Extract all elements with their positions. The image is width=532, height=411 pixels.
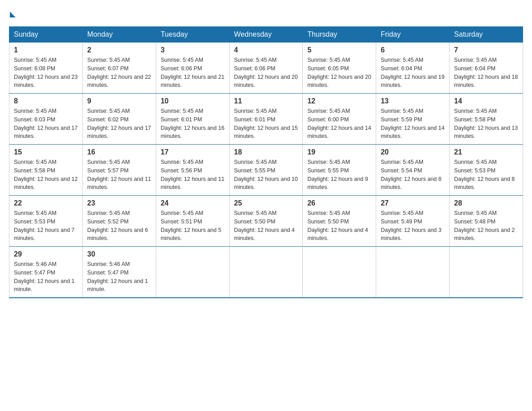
calendar-cell: 13Sunrise: 5:45 AMSunset: 5:59 PMDayligh… bbox=[376, 94, 450, 145]
day-info: Sunrise: 5:45 AMSunset: 5:57 PMDaylight:… bbox=[87, 158, 151, 192]
day-number: 25 bbox=[234, 199, 298, 207]
calendar-cell: 6Sunrise: 5:45 AMSunset: 6:04 PMDaylight… bbox=[376, 43, 450, 94]
day-info: Sunrise: 5:45 AMSunset: 6:06 PMDaylight:… bbox=[234, 56, 298, 90]
day-number: 19 bbox=[307, 148, 371, 156]
calendar-cell: 20Sunrise: 5:45 AMSunset: 5:54 PMDayligh… bbox=[376, 145, 450, 196]
calendar-cell: 2Sunrise: 5:45 AMSunset: 6:07 PMDaylight… bbox=[82, 43, 156, 94]
day-number: 2 bbox=[87, 46, 151, 54]
day-number: 5 bbox=[307, 46, 371, 54]
day-info: Sunrise: 5:45 AMSunset: 5:50 PMDaylight:… bbox=[234, 209, 298, 243]
day-number: 11 bbox=[234, 97, 298, 105]
day-info: Sunrise: 5:45 AMSunset: 6:08 PMDaylight:… bbox=[14, 56, 78, 90]
calendar-cell: 17Sunrise: 5:45 AMSunset: 5:56 PMDayligh… bbox=[156, 145, 229, 196]
calendar-cell: 26Sunrise: 5:45 AMSunset: 5:50 PMDayligh… bbox=[303, 196, 376, 247]
calendar-cell: 3Sunrise: 5:45 AMSunset: 6:06 PMDaylight… bbox=[156, 43, 229, 94]
day-info: Sunrise: 5:45 AMSunset: 6:07 PMDaylight:… bbox=[87, 56, 151, 90]
day-number: 8 bbox=[14, 97, 78, 105]
day-info: Sunrise: 5:45 AMSunset: 5:58 PMDaylight:… bbox=[454, 107, 518, 141]
calendar-cell: 18Sunrise: 5:45 AMSunset: 5:55 PMDayligh… bbox=[229, 145, 303, 196]
calendar-cell: 16Sunrise: 5:45 AMSunset: 5:57 PMDayligh… bbox=[82, 145, 156, 196]
day-info: Sunrise: 5:45 AMSunset: 5:52 PMDaylight:… bbox=[87, 209, 151, 243]
calendar-cell: 12Sunrise: 5:45 AMSunset: 6:00 PMDayligh… bbox=[303, 94, 376, 145]
day-number: 10 bbox=[161, 97, 225, 105]
calendar-cell bbox=[156, 247, 229, 298]
day-info: Sunrise: 5:45 AMSunset: 6:05 PMDaylight:… bbox=[307, 56, 371, 90]
calendar-cell: 19Sunrise: 5:45 AMSunset: 5:55 PMDayligh… bbox=[303, 145, 376, 196]
day-info: Sunrise: 5:45 AMSunset: 5:50 PMDaylight:… bbox=[307, 209, 371, 243]
day-number: 15 bbox=[14, 148, 78, 156]
day-number: 13 bbox=[381, 97, 445, 105]
day-number: 9 bbox=[87, 97, 151, 105]
weekday-header-friday: Friday bbox=[376, 27, 450, 43]
calendar-cell bbox=[229, 247, 303, 298]
calendar-cell: 9Sunrise: 5:45 AMSunset: 6:02 PMDaylight… bbox=[82, 94, 156, 145]
day-number: 18 bbox=[234, 148, 298, 156]
day-info: Sunrise: 5:45 AMSunset: 6:01 PMDaylight:… bbox=[161, 107, 225, 141]
day-info: Sunrise: 5:45 AMSunset: 5:49 PMDaylight:… bbox=[381, 209, 445, 243]
calendar-cell: 7Sunrise: 5:45 AMSunset: 6:04 PMDaylight… bbox=[450, 43, 523, 94]
calendar-week-2: 8Sunrise: 5:45 AMSunset: 6:03 PMDaylight… bbox=[9, 94, 523, 145]
weekday-header-wednesday: Wednesday bbox=[229, 27, 303, 43]
day-info: Sunrise: 5:45 AMSunset: 5:51 PMDaylight:… bbox=[161, 209, 225, 243]
calendar-cell: 10Sunrise: 5:45 AMSunset: 6:01 PMDayligh… bbox=[156, 94, 229, 145]
day-number: 16 bbox=[87, 148, 151, 156]
calendar-week-3: 15Sunrise: 5:45 AMSunset: 5:58 PMDayligh… bbox=[9, 145, 523, 196]
day-number: 20 bbox=[381, 148, 445, 156]
day-number: 26 bbox=[307, 199, 371, 207]
weekday-header-monday: Monday bbox=[82, 27, 156, 43]
weekday-header-sunday: Sunday bbox=[9, 27, 83, 43]
day-number: 29 bbox=[14, 250, 78, 258]
weekday-header-saturday: Saturday bbox=[450, 27, 523, 43]
day-info: Sunrise: 5:45 AMSunset: 6:03 PMDaylight:… bbox=[14, 107, 78, 141]
calendar-cell bbox=[303, 247, 376, 298]
day-info: Sunrise: 5:45 AMSunset: 6:01 PMDaylight:… bbox=[234, 107, 298, 141]
day-info: Sunrise: 5:46 AMSunset: 5:47 PMDaylight:… bbox=[87, 260, 151, 294]
day-number: 23 bbox=[87, 199, 151, 207]
day-info: Sunrise: 5:45 AMSunset: 5:55 PMDaylight:… bbox=[234, 158, 298, 192]
calendar-cell: 24Sunrise: 5:45 AMSunset: 5:51 PMDayligh… bbox=[156, 196, 229, 247]
calendar-week-4: 22Sunrise: 5:45 AMSunset: 5:53 PMDayligh… bbox=[9, 196, 523, 247]
calendar-cell: 11Sunrise: 5:45 AMSunset: 6:01 PMDayligh… bbox=[229, 94, 303, 145]
weekday-header-thursday: Thursday bbox=[303, 27, 376, 43]
calendar-cell: 23Sunrise: 5:45 AMSunset: 5:52 PMDayligh… bbox=[82, 196, 156, 247]
day-number: 27 bbox=[381, 199, 445, 207]
calendar-cell: 28Sunrise: 5:45 AMSunset: 5:48 PMDayligh… bbox=[450, 196, 523, 247]
day-number: 1 bbox=[14, 46, 78, 54]
weekday-header-tuesday: Tuesday bbox=[156, 27, 229, 43]
calendar-cell: 4Sunrise: 5:45 AMSunset: 6:06 PMDaylight… bbox=[229, 43, 303, 94]
day-info: Sunrise: 5:45 AMSunset: 5:53 PMDaylight:… bbox=[454, 158, 518, 192]
day-number: 28 bbox=[454, 199, 518, 207]
day-number: 24 bbox=[161, 199, 225, 207]
day-info: Sunrise: 5:45 AMSunset: 6:00 PMDaylight:… bbox=[307, 107, 371, 141]
day-info: Sunrise: 5:45 AMSunset: 5:54 PMDaylight:… bbox=[381, 158, 445, 192]
day-info: Sunrise: 5:45 AMSunset: 6:04 PMDaylight:… bbox=[454, 56, 518, 90]
day-info: Sunrise: 5:45 AMSunset: 6:06 PMDaylight:… bbox=[161, 56, 225, 90]
logo bbox=[9, 9, 16, 17]
day-info: Sunrise: 5:45 AMSunset: 6:04 PMDaylight:… bbox=[381, 56, 445, 90]
calendar-cell: 22Sunrise: 5:45 AMSunset: 5:53 PMDayligh… bbox=[9, 196, 83, 247]
calendar-week-5: 29Sunrise: 5:46 AMSunset: 5:47 PMDayligh… bbox=[9, 247, 523, 298]
calendar-cell: 15Sunrise: 5:45 AMSunset: 5:58 PMDayligh… bbox=[9, 145, 83, 196]
calendar-cell: 30Sunrise: 5:46 AMSunset: 5:47 PMDayligh… bbox=[82, 247, 156, 298]
day-number: 4 bbox=[234, 46, 298, 54]
calendar-table: SundayMondayTuesdayWednesdayThursdayFrid… bbox=[9, 26, 523, 298]
calendar-cell: 29Sunrise: 5:46 AMSunset: 5:47 PMDayligh… bbox=[9, 247, 83, 298]
day-info: Sunrise: 5:45 AMSunset: 5:53 PMDaylight:… bbox=[14, 209, 78, 243]
day-number: 14 bbox=[454, 97, 518, 105]
calendar-header-row: SundayMondayTuesdayWednesdayThursdayFrid… bbox=[9, 27, 523, 43]
day-info: Sunrise: 5:45 AMSunset: 5:56 PMDaylight:… bbox=[161, 158, 225, 192]
calendar-cell: 25Sunrise: 5:45 AMSunset: 5:50 PMDayligh… bbox=[229, 196, 303, 247]
day-number: 12 bbox=[307, 97, 371, 105]
calendar-cell: 27Sunrise: 5:45 AMSunset: 5:49 PMDayligh… bbox=[376, 196, 450, 247]
page-header bbox=[9, 9, 523, 17]
day-info: Sunrise: 5:45 AMSunset: 5:48 PMDaylight:… bbox=[454, 209, 518, 243]
calendar-cell bbox=[376, 247, 450, 298]
day-info: Sunrise: 5:45 AMSunset: 5:55 PMDaylight:… bbox=[307, 158, 371, 192]
day-number: 17 bbox=[161, 148, 225, 156]
day-info: Sunrise: 5:45 AMSunset: 5:58 PMDaylight:… bbox=[14, 158, 78, 192]
day-number: 30 bbox=[87, 250, 151, 258]
day-info: Sunrise: 5:45 AMSunset: 5:59 PMDaylight:… bbox=[381, 107, 445, 141]
calendar-cell: 21Sunrise: 5:45 AMSunset: 5:53 PMDayligh… bbox=[450, 145, 523, 196]
day-number: 3 bbox=[161, 46, 225, 54]
day-number: 7 bbox=[454, 46, 518, 54]
